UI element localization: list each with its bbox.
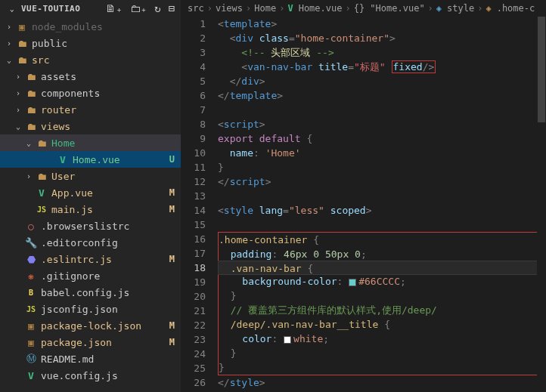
code-line[interactable]: export default {: [218, 131, 540, 146]
code-line[interactable]: <style lang="less" scoped>: [218, 203, 540, 218]
line-number: 24: [181, 347, 206, 361]
git-status: M: [169, 254, 175, 264]
file-icon: V: [56, 154, 70, 165]
code-line[interactable]: }: [219, 289, 539, 303]
tree-item[interactable]: VApp.vueM: [0, 184, 181, 201]
code-line[interactable]: <!-- 头部区域 -->: [218, 45, 540, 60]
line-number: 3: [181, 45, 206, 60]
chevron-icon[interactable]: ⌄: [12, 122, 24, 131]
tree-item[interactable]: ›🖿public: [0, 35, 181, 51]
chevron-icon[interactable]: ›: [12, 73, 24, 81]
tree-item[interactable]: ○.browserslistrc: [0, 218, 181, 234]
code-line[interactable]: </div>: [218, 74, 540, 88]
file-icon: V: [24, 370, 38, 381]
chevron-icon[interactable]: ⌄: [23, 139, 35, 147]
line-number: 26: [181, 375, 206, 390]
code-line[interactable]: name: 'Home': [218, 146, 540, 160]
line-number: 19: [181, 275, 206, 289]
new-folder-icon[interactable]: 🗀₊: [130, 2, 147, 14]
code-line[interactable]: color: white;: [219, 332, 539, 346]
code-line[interactable]: <template>: [218, 17, 540, 31]
tree-item[interactable]: ⬣.eslintrc.jsM: [0, 251, 181, 267]
collapse-icon[interactable]: ⊟: [169, 2, 175, 14]
tree-item[interactable]: ›🖿User: [0, 168, 181, 184]
tree-item[interactable]: ▣package.jsonM: [0, 334, 181, 350]
breadcrumb-separator: ›: [279, 3, 284, 14]
tree-item[interactable]: Vvue.config.js: [0, 367, 181, 384]
breadcrumb-segment[interactable]: views: [216, 3, 243, 14]
tree-item[interactable]: ›🖿assets: [0, 68, 181, 85]
line-number: 11: [181, 160, 206, 174]
code-line[interactable]: </style>: [218, 375, 540, 390]
tree-item[interactable]: Bbabel.config.js: [0, 284, 181, 301]
breadcrumb-separator: ›: [207, 3, 213, 14]
file-icon: 🔧: [24, 237, 38, 248]
breadcrumb-segment[interactable]: {} "Home.vue": [354, 3, 425, 14]
breadcrumb-segment[interactable]: style: [447, 3, 474, 14]
breadcrumb-segment[interactable]: src: [188, 3, 204, 14]
tree-item[interactable]: VHome.vueU: [0, 151, 181, 168]
tree-item[interactable]: ›🖿router: [0, 101, 181, 118]
code-line[interactable]: }: [219, 346, 539, 360]
breadcrumb-segment[interactable]: Home: [254, 3, 276, 14]
code-area[interactable]: <template> <div class="home-container"> …: [218, 17, 546, 392]
file-icon: 🖿: [15, 54, 29, 66]
file-tree: ›▣node_modules›🖿public⌄🖿src›🖿assets›🖿com…: [0, 17, 181, 392]
code-line[interactable]: </template>: [218, 88, 540, 103]
chevron-icon[interactable]: ›: [12, 89, 24, 97]
explorer-header: ⌄ VUE-TOUTIAO 🗎₊ 🗀₊ ↻ ⊟: [0, 0, 181, 17]
tree-item[interactable]: JSmain.jsM: [0, 201, 181, 218]
git-status: M: [169, 204, 175, 215]
line-number: 25: [181, 361, 206, 375]
chevron-icon[interactable]: ⌄: [3, 56, 15, 64]
code-line[interactable]: [218, 189, 540, 203]
code-line[interactable]: <van-nav-bar title="标题" fixed/>: [218, 60, 540, 74]
code-line[interactable]: <div class="home-container">: [218, 31, 540, 45]
tree-item[interactable]: ⌄🖿src: [0, 51, 181, 68]
tree-item[interactable]: ⌄🖿Home: [0, 134, 181, 151]
code-line[interactable]: [218, 103, 540, 117]
tree-item[interactable]: ❋.gitignore: [0, 267, 181, 284]
code-line[interactable]: .van-nav-bar {: [218, 261, 540, 275]
file-label: views: [41, 121, 181, 132]
scroll-thumb[interactable]: [538, 17, 545, 122]
new-file-icon[interactable]: 🗎₊: [105, 2, 122, 14]
code-line[interactable]: </script>: [218, 174, 540, 189]
tree-item[interactable]: ▣package-lock.jsonM: [0, 317, 181, 334]
line-number: 15: [181, 218, 206, 232]
file-icon: 🖿: [24, 121, 38, 132]
tree-item[interactable]: ›▣node_modules: [0, 18, 181, 35]
breadcrumb-segment[interactable]: .home-c: [497, 3, 535, 14]
code-line[interactable]: /deep/.van-nav-bar__title {: [219, 317, 539, 332]
tree-item[interactable]: JSjsconfig.json: [0, 301, 181, 317]
line-number: 6: [181, 88, 206, 103]
chevron-icon[interactable]: ›: [3, 39, 15, 48]
code-line[interactable]: // 覆盖第三方组件库的默认样式,使用/deep/: [219, 303, 539, 317]
chevron-icon[interactable]: ›: [23, 172, 35, 181]
scrollbar[interactable]: [537, 17, 546, 392]
code-line[interactable]: }: [219, 360, 539, 375]
line-number: 22: [181, 318, 206, 332]
code-line[interactable]: <script>: [218, 117, 540, 131]
chevron-icon[interactable]: ›: [12, 106, 24, 114]
code-line[interactable]: .home-container {: [219, 233, 539, 247]
file-icon: 🖿: [35, 137, 48, 149]
chevron-icon[interactable]: ›: [3, 23, 15, 31]
refresh-icon[interactable]: ↻: [154, 2, 160, 14]
chevron-down-icon[interactable]: ⌄: [6, 5, 18, 13]
tree-item[interactable]: ⓂREADME.md: [0, 350, 181, 367]
file-icon: ❋: [24, 270, 38, 282]
git-status: U: [169, 154, 175, 165]
tree-item[interactable]: ›🖿components: [0, 85, 181, 101]
code-line[interactable]: }: [218, 160, 540, 174]
file-icon: ○: [24, 221, 38, 232]
code-line[interactable]: background-color: #66CCCC;: [219, 274, 539, 289]
file-label: package-lock.json: [41, 320, 169, 332]
tree-item[interactable]: 🔧.editorconfig: [0, 234, 181, 251]
tree-item[interactable]: ⌄🖿views: [0, 118, 181, 134]
breadcrumb[interactable]: src›views›Home›VHome.vue›{} "Home.vue"›◈…: [181, 0, 546, 17]
code-line[interactable]: [218, 218, 540, 232]
breadcrumb-segment[interactable]: Home.vue: [299, 3, 343, 14]
code-line[interactable]: padding: 46px 0 50px 0;: [219, 247, 539, 261]
file-icon: 🖿: [24, 71, 38, 82]
